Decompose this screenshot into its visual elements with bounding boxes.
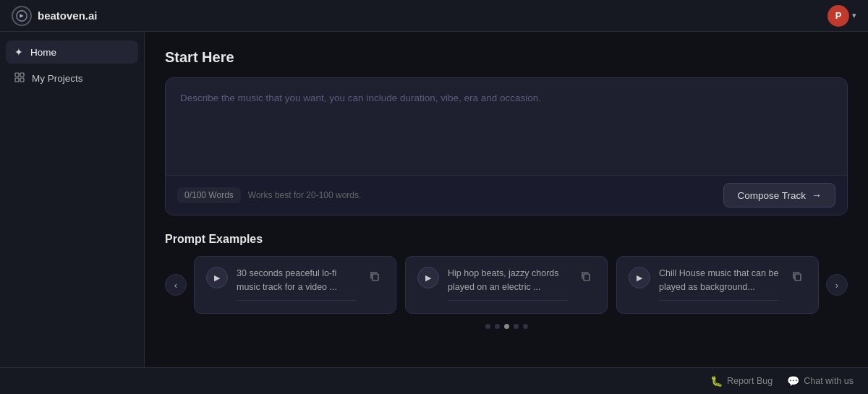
copy-button-1[interactable] — [365, 267, 384, 286]
prompt-card-3: ▶ Chill House music that can be played a… — [616, 256, 819, 314]
dot-4 — [514, 324, 519, 329]
page-title: Start Here — [165, 49, 848, 66]
svg-rect-1 — [15, 73, 19, 77]
prompt-examples-title: Prompt Examples — [165, 233, 848, 246]
compose-box: 0/100 Words Works best for 20-100 words.… — [165, 77, 848, 215]
sidebar: ✦ Home My Projects — [0, 32, 145, 367]
prompt-text-3: Chill House music that can be played as … — [659, 267, 779, 294]
prompt-card-1: ▶ 30 seconds peaceful lo-fi music track … — [194, 256, 396, 314]
svg-rect-3 — [15, 78, 19, 82]
carousel-next-button[interactable]: › — [826, 274, 848, 296]
logo-area: beatoven.ai — [12, 6, 98, 26]
compose-track-label: Compose Track — [737, 190, 806, 201]
carousel-prev-button[interactable]: ‹ — [165, 274, 187, 296]
user-area[interactable]: P ▾ — [827, 5, 856, 27]
app-body: ✦ Home My Projects Start Here 0/100 Wor — [0, 32, 868, 367]
sidebar-item-label: Home — [30, 47, 56, 58]
dot-2 — [495, 324, 500, 329]
svg-rect-2 — [20, 73, 24, 77]
bug-icon: 🐛 — [710, 375, 723, 387]
avatar[interactable]: P — [827, 5, 849, 27]
compose-footer: 0/100 Words Works best for 20-100 words.… — [166, 175, 847, 215]
play-button-2[interactable]: ▶ — [417, 267, 439, 288]
svg-rect-4 — [20, 78, 24, 82]
svg-rect-6 — [584, 274, 590, 280]
sidebar-item-label: My Projects — [32, 73, 83, 84]
prompt-underline-3 — [659, 300, 779, 301]
projects-icon — [14, 72, 25, 85]
word-count: 0/100 Words — [177, 187, 241, 203]
copy-button-3[interactable] — [788, 267, 807, 286]
footer-left: 0/100 Words Works best for 20-100 words. — [177, 187, 361, 203]
dot-5 — [523, 324, 528, 329]
chat-link[interactable]: 💬 Chat with us — [787, 375, 854, 387]
play-button-1[interactable]: ▶ — [206, 267, 228, 288]
prompt-text-area-2: Hip hop beats, jazzy chords played on an… — [448, 267, 568, 301]
prompt-cards: ▶ 30 seconds peaceful lo-fi music track … — [194, 256, 819, 314]
compose-textarea[interactable] — [166, 78, 847, 172]
works-best-hint: Works best for 20-100 words. — [248, 190, 362, 200]
prompt-examples-section: Prompt Examples ‹ ▶ 30 seconds peaceful … — [165, 233, 848, 329]
compose-track-button[interactable]: Compose Track → — [723, 183, 835, 207]
dot-3 — [504, 324, 509, 329]
header: beatoven.ai P ▾ — [0, 0, 868, 32]
copy-button-2[interactable] — [576, 267, 595, 286]
chat-icon: 💬 — [787, 375, 799, 387]
sidebar-item-home[interactable]: ✦ Home — [6, 40, 138, 64]
main-content: Start Here 0/100 Words Works best for 20… — [145, 32, 868, 367]
prompt-card-2: ▶ Hip hop beats, jazzy chords played on … — [405, 256, 608, 314]
logo-text: beatoven.ai — [38, 9, 98, 22]
logo-icon — [12, 6, 32, 26]
prompt-underline-2 — [448, 300, 568, 301]
svg-rect-5 — [373, 274, 378, 280]
prompt-text-area-1: 30 seconds peaceful lo-fi music track fo… — [237, 267, 357, 301]
carousel-dots — [165, 324, 848, 329]
prompt-text-1: 30 seconds peaceful lo-fi music track fo… — [237, 267, 357, 294]
chat-label: Chat with us — [804, 376, 854, 386]
report-bug-link[interactable]: 🐛 Report Bug — [710, 375, 773, 387]
prompt-underline-1 — [237, 300, 357, 301]
home-icon: ✦ — [14, 46, 23, 58]
prompt-text-2: Hip hop beats, jazzy chords played on an… — [448, 267, 568, 294]
report-bug-label: Report Bug — [727, 376, 773, 386]
dot-1 — [485, 324, 490, 329]
play-button-3[interactable]: ▶ — [629, 267, 650, 288]
sidebar-item-projects[interactable]: My Projects — [6, 67, 138, 90]
arrow-right-icon: → — [812, 189, 822, 201]
prompt-text-area-3: Chill House music that can be played as … — [659, 267, 779, 301]
chevron-down-icon: ▾ — [852, 11, 856, 20]
app-footer: 🐛 Report Bug 💬 Chat with us — [0, 367, 868, 394]
prompt-carousel: ‹ ▶ 30 seconds peaceful lo-fi music trac… — [165, 256, 848, 314]
svg-rect-7 — [795, 274, 801, 280]
